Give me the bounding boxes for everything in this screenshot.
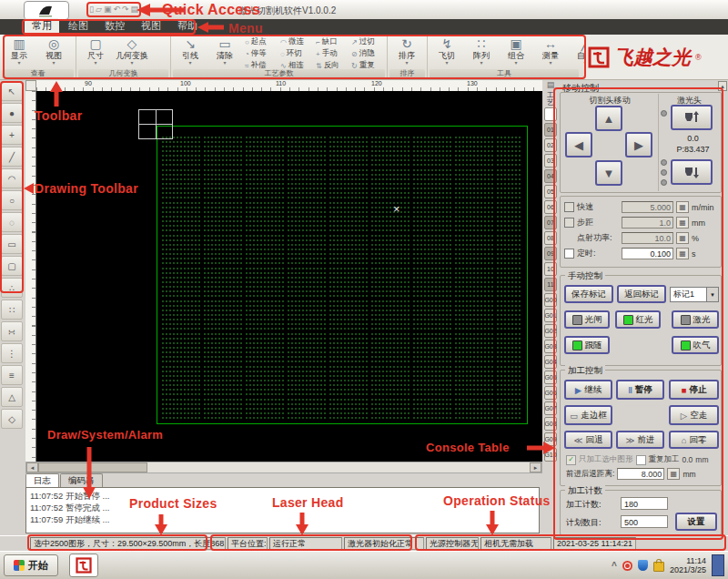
scroll-left-icon[interactable]: ◂ [26,462,38,472]
layer-G03[interactable]: G03 [544,340,557,353]
tab-help[interactable]: 帮助 [170,18,205,35]
combine-button[interactable]: ▣组合▾ [500,36,532,69]
layer-04[interactable]: 04 [544,169,557,183]
save-icon[interactable]: ▣ [104,4,112,15]
layer-G00[interactable]: G00 [544,293,557,307]
sort-button[interactable]: ↻排序▾ [390,36,423,69]
scroll-right-icon[interactable]: ▸ [530,462,541,472]
laser-head-down-button[interactable] [671,159,713,185]
plan-field[interactable]: 500 [621,515,668,528]
numpad-icon[interactable]: ▦ [676,217,689,229]
jog-up-button[interactable]: ▲ [595,106,622,131]
micro-joint-button[interactable]: ◠微连 [280,36,314,47]
start-point-button[interactable]: ○起点 [245,36,278,47]
panel-scroll-up-button[interactable]: ▲ [718,81,727,91]
layer-G10[interactable]: G10 [544,448,557,462]
backward-button[interactable]: ≪回退 [564,431,612,449]
row-checkbox[interactable] [564,249,574,259]
layer-G06[interactable]: G06 [544,386,557,400]
layer-02[interactable]: 02 [544,138,557,152]
lock-icon[interactable] [653,562,664,572]
numpad-icon[interactable]: ▦ [676,248,689,259]
rect-tool-button[interactable]: ▭ [1,234,23,254]
open-file-icon[interactable]: ▱ [96,4,102,15]
redo-icon[interactable]: ↷ [122,4,129,15]
measure-button[interactable]: ↔测量▾ [534,36,567,69]
rounded-rect-tool-button[interactable]: ▢ [1,256,23,276]
layer-03[interactable]: 03 [544,154,557,168]
layer-G05[interactable]: G05 [544,371,557,384]
tab-encoder[interactable]: 编码器 [60,473,103,487]
numpad-icon[interactable]: ▦ [676,201,689,213]
mark-select[interactable]: 标记1 ▼ [670,287,719,302]
view-button[interactable]: ◎视图▾ [37,36,70,69]
shape-tool-button[interactable]: ● [1,103,23,123]
numpad-icon[interactable]: ▦ [676,232,689,244]
arc-tool-button[interactable]: ◠ [1,168,23,188]
tab-draw[interactable]: 绘图 [61,18,96,35]
grid-pattern-tool-button[interactable]: ∷ [1,300,23,320]
lead-line-button[interactable]: ↘引线▾ [174,36,207,69]
list-tool-button[interactable]: ≡ [1,365,23,385]
layer-01[interactable]: 01 [544,123,557,137]
polygon-tool-button[interactable]: ◇ [1,409,23,429]
dashed-circle-tool-button[interactable]: ◌ [1,212,23,232]
follow-toggle[interactable]: 跟随 [564,336,610,354]
pause-button[interactable]: ‖暂停 [616,380,664,400]
layer-09[interactable]: 09 [544,247,557,260]
array-button[interactable]: ∷阵列▾ [465,36,498,69]
dwell-button[interactable]: ◔停等 [245,48,278,59]
antivirus-icon[interactable] [622,561,632,571]
tab-log[interactable]: 日志 [25,473,59,487]
triangle-tool-button[interactable]: △ [1,387,23,407]
log-list[interactable]: 11:07:52 开始暂停 ...11:07:52 暂停完成 ...11:07:… [25,487,540,533]
resume-button[interactable]: ▶继续 [564,380,612,400]
fly-cut-button[interactable]: ↯飞切▾ [430,36,463,69]
layer-06[interactable]: 06 [544,200,557,214]
taskbar-app-button[interactable] [69,554,98,577]
home-button[interactable]: ⌂回零 [669,431,719,449]
layer-G04[interactable]: G04 [544,355,557,369]
value-field[interactable]: 5.000 [622,201,673,213]
undo-icon[interactable]: ↶ [113,4,120,15]
red-light-toggle[interactable]: 红光 [615,310,661,329]
layer-07[interactable]: 07 [544,216,557,229]
overcut-button[interactable]: ↗过切 [351,36,385,47]
blow-toggle[interactable]: 吹气 [672,336,719,354]
display-button[interactable]: ▥显示▾ [3,36,35,69]
line-tool-button[interactable]: ╱ [1,147,23,167]
dry-run-button[interactable]: ▷空走 [669,405,719,425]
scrollbar-thumb[interactable] [38,462,147,472]
set-button[interactable]: 设置 [675,513,717,531]
ring-cut-button[interactable]: ◌环切 [280,48,314,59]
transform-button[interactable]: ◇几何变换▾ [114,36,150,69]
canvas-h-scrollbar[interactable]: ◂ ▸ [25,462,542,473]
jog-down-button[interactable]: ▼ [595,160,622,186]
layer-10[interactable]: 10 [544,262,557,276]
layer-G07[interactable]: G07 [544,401,557,415]
size-button[interactable]: ▢尺寸▾ [79,36,112,69]
tab-view[interactable]: 视图 [134,18,168,35]
row-checkbox[interactable] [564,218,574,228]
stop-button[interactable]: ■停止 [669,380,719,400]
value-field[interactable]: 10.0 [622,232,673,244]
tab-common[interactable]: 常用 [25,18,59,35]
step-distance-field[interactable]: 8.000 [617,468,664,480]
gap-button[interactable]: ⌐缺口 [316,36,349,47]
layer-G01[interactable]: G01 [544,309,557,322]
circle-tool-button[interactable]: ○ [1,190,23,210]
new-file-icon[interactable]: ▯ [89,4,94,15]
start-button[interactable]: 开始 [4,554,58,576]
numpad-icon[interactable]: ▦ [667,468,680,480]
layer-G02[interactable]: G02 [544,324,557,338]
value-field[interactable]: 0.100 [622,248,673,259]
tab-cnc[interactable]: 数控 [97,18,132,35]
trace-frame-button[interactable]: ▭走边框 [564,405,612,425]
column-pattern-tool-button[interactable]: ⋮ [1,343,23,363]
layer-G08[interactable]: G08 [544,417,557,431]
shield-icon[interactable] [638,560,648,571]
hide-button[interactable]: ⊘消隐 [351,48,385,59]
only-selected-checkbox[interactable]: ✓ [566,455,576,465]
scatter-pattern-tool-button[interactable]: ∺ [1,321,23,341]
show-desktop-button[interactable] [712,554,724,576]
